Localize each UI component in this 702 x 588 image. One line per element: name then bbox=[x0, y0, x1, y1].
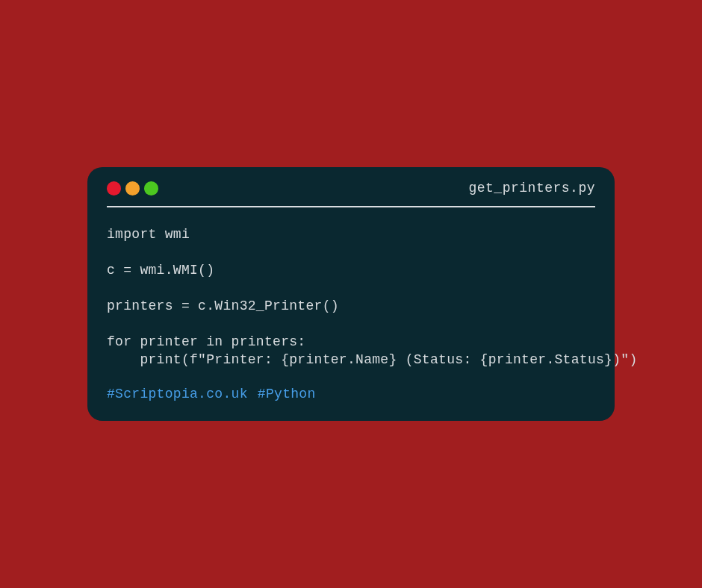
window-title: get_printers.py bbox=[468, 181, 595, 196]
hashtags-line: #Scriptopia.co.uk #Python bbox=[107, 387, 595, 401]
traffic-lights bbox=[107, 181, 158, 196]
minimize-icon[interactable] bbox=[125, 181, 140, 196]
hashtag-scriptopia: #Scriptopia.co.uk bbox=[107, 387, 248, 401]
hashtag-python: #Python bbox=[258, 387, 316, 401]
maximize-icon[interactable] bbox=[144, 181, 158, 196]
close-icon[interactable] bbox=[107, 181, 121, 196]
window-titlebar: get_printers.py bbox=[107, 181, 595, 207]
code-window: get_printers.py import wmi c = wmi.WMI()… bbox=[87, 167, 615, 421]
code-content: import wmi c = wmi.WMI() printers = c.Wi… bbox=[107, 225, 595, 369]
